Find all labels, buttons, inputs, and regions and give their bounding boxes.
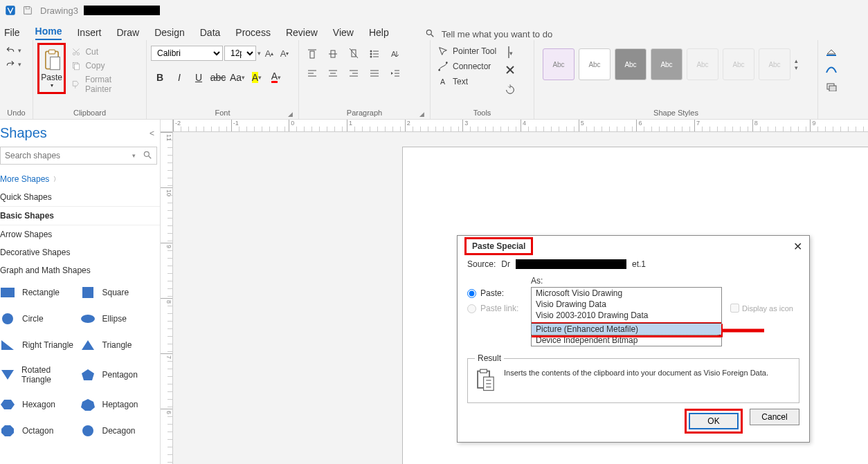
- shape-ellipse[interactable]: Ellipse: [80, 313, 161, 325]
- copy-button[interactable]: Copy: [71, 61, 139, 71]
- tab-design[interactable]: Design: [154, 27, 185, 40]
- list-item[interactable]: Device Independent Bitmap: [532, 335, 721, 346]
- align-right-button[interactable]: [345, 65, 363, 82]
- cut-button[interactable]: Cut: [71, 47, 139, 57]
- shrink-font-button[interactable]: A▾: [278, 46, 291, 60]
- case-button[interactable]: Aa▾: [228, 69, 246, 86]
- list-item[interactable]: Visio Drawing Data: [532, 299, 721, 310]
- align-center-button[interactable]: [324, 65, 342, 82]
- style-swatch-3[interactable]: Abc: [615, 48, 647, 80]
- style-swatch-7[interactable]: Abc: [759, 48, 790, 80]
- rectangle-tool-button[interactable]: ▾: [508, 47, 513, 57]
- cut-label: Cut: [85, 47, 98, 57]
- tab-help[interactable]: Help: [369, 27, 389, 40]
- ok-button[interactable]: OK: [689, 413, 739, 429]
- list-item[interactable]: Microsoft Visio Drawing: [532, 288, 721, 299]
- highlight-button[interactable]: A▾: [248, 69, 266, 86]
- shape-pentagon[interactable]: Pentagon: [80, 365, 161, 384]
- more-shapes-link[interactable]: More Shapes〉: [0, 170, 160, 188]
- svg-point-18: [370, 50, 372, 53]
- cancel-button[interactable]: Cancel: [750, 409, 799, 425]
- tab-insert[interactable]: Insert: [77, 27, 101, 40]
- format-listbox[interactable]: Microsoft Visio Drawing Visio Drawing Da…: [531, 287, 722, 346]
- style-swatch-4[interactable]: Abc: [651, 48, 682, 80]
- paste-button[interactable]: Paste ▾: [37, 43, 66, 94]
- chevron-down-icon[interactable]: ▾: [129, 152, 138, 159]
- tellme-search[interactable]: Tell me what you want to do: [425, 28, 552, 40]
- justify-button[interactable]: [365, 65, 383, 82]
- cat-graph-math-shapes[interactable]: Graph and Math Shapes: [0, 261, 160, 279]
- indent-button[interactable]: [386, 65, 404, 82]
- tab-data[interactable]: Data: [200, 27, 221, 40]
- para-launcher-icon[interactable]: ◢: [419, 111, 424, 118]
- chevron-down-icon: ▾: [51, 82, 53, 89]
- close-icon[interactable]: ✕: [793, 240, 802, 253]
- cat-decorative-shapes[interactable]: Decorative Shapes: [0, 243, 160, 261]
- shape-heptagon[interactable]: Heptagon: [80, 398, 161, 411]
- style-swatch-1[interactable]: Abc: [543, 48, 575, 80]
- line-button[interactable]: [825, 64, 832, 76]
- tab-file[interactable]: File: [4, 27, 20, 40]
- pointer-tool-button[interactable]: Pointer Tool: [437, 46, 496, 57]
- effects-button[interactable]: [825, 82, 832, 93]
- shape-rotated-triangle[interactable]: Rotated Triangle: [0, 365, 80, 384]
- shape-circle[interactable]: Circle: [0, 313, 80, 325]
- grow-font-button[interactable]: A▴: [262, 46, 276, 60]
- shape-hexagon[interactable]: Hexagon: [0, 398, 80, 411]
- paste-radio[interactable]: Paste:: [467, 288, 523, 298]
- strike-button[interactable]: abc: [209, 69, 227, 86]
- display-as-icon-checkbox: Display as icon: [730, 276, 799, 313]
- font-name-select[interactable]: Calibri: [151, 46, 223, 61]
- gallery-more-icon[interactable]: ▴▾: [795, 48, 798, 80]
- list-item-selected[interactable]: Picture (Enhanced Metafile): [532, 324, 721, 335]
- shape-octagon[interactable]: Octagon: [0, 425, 80, 437]
- shape-square[interactable]: Square: [80, 286, 161, 299]
- delete-button[interactable]: [505, 64, 516, 77]
- shape-triangle[interactable]: Triangle: [80, 339, 161, 351]
- shape-styles-gallery[interactable]: Abc Abc Abc Abc Abc Abc Abc ▴▾: [539, 41, 802, 80]
- style-swatch-6[interactable]: Abc: [723, 48, 754, 80]
- text-direction-button[interactable]: A: [386, 46, 404, 62]
- tab-draw[interactable]: Draw: [116, 27, 139, 40]
- redo-button[interactable]: ▾: [4, 59, 21, 69]
- shape-label: Decagon: [102, 426, 136, 436]
- save-icon[interactable]: [22, 5, 33, 16]
- tab-review[interactable]: Review: [286, 27, 318, 40]
- text-tool-button[interactable]: AText: [437, 76, 496, 87]
- tab-view[interactable]: View: [333, 27, 354, 40]
- fill-button[interactable]: [825, 47, 832, 59]
- shape-search[interactable]: ▾: [0, 147, 157, 165]
- undo-button[interactable]: ▾: [4, 46, 21, 55]
- svg-rect-6: [50, 57, 60, 69]
- cat-quick-shapes[interactable]: Quick Shapes: [0, 188, 160, 206]
- align-top-button[interactable]: [303, 46, 321, 62]
- bold-button[interactable]: B: [151, 69, 169, 86]
- menu-bar: File Home Insert Draw Design Data Proces…: [0, 21, 868, 40]
- search-icon[interactable]: [138, 150, 156, 162]
- tab-process[interactable]: Process: [235, 27, 271, 40]
- align-middle-button[interactable]: [324, 46, 342, 62]
- underline-button[interactable]: U: [190, 69, 208, 86]
- style-swatch-2[interactable]: Abc: [579, 48, 611, 80]
- font-color-button[interactable]: A▾: [267, 69, 285, 86]
- cat-basic-shapes[interactable]: Basic Shapes: [0, 206, 160, 225]
- connector-button[interactable]: Connector: [437, 61, 496, 72]
- rotate-button[interactable]: [505, 84, 516, 98]
- shape-decagon[interactable]: Decagon: [80, 425, 161, 437]
- collapse-panel-icon[interactable]: <: [150, 129, 154, 138]
- style-swatch-5[interactable]: Abc: [687, 48, 718, 80]
- font-size-select[interactable]: 12pt.: [224, 46, 256, 61]
- font-launcher-icon[interactable]: ◢: [288, 111, 293, 118]
- shape-search-input[interactable]: [1, 151, 129, 160]
- bullets-button[interactable]: [365, 46, 383, 62]
- svg-point-22: [370, 56, 372, 58]
- shape-right-triangle[interactable]: Right Triangle: [0, 339, 80, 351]
- align-bottom-button[interactable]: [345, 46, 363, 62]
- list-item[interactable]: Visio 2003-2010 Drawing Data: [532, 310, 721, 321]
- italic-button[interactable]: I: [170, 69, 188, 86]
- align-left-button[interactable]: [303, 65, 321, 82]
- format-painter-button[interactable]: Format Painter: [71, 75, 139, 94]
- tab-home[interactable]: Home: [35, 26, 62, 40]
- cat-arrow-shapes[interactable]: Arrow Shapes: [0, 225, 160, 243]
- shape-rectangle[interactable]: Rectangle: [0, 286, 80, 299]
